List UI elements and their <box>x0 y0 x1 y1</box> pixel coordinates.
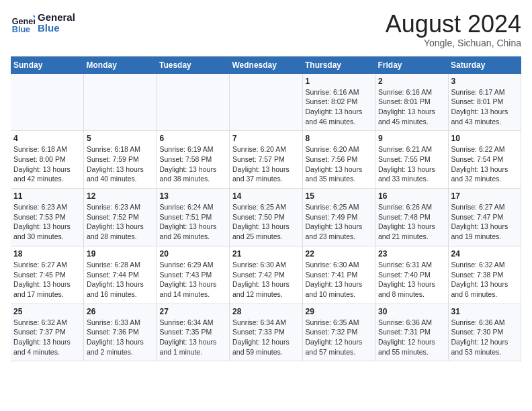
calendar-cell: 5Sunrise: 6:18 AM Sunset: 7:59 PM Daylig… <box>84 131 157 189</box>
day-number: 10 <box>451 134 519 143</box>
day-number: 13 <box>160 191 227 201</box>
day-number: 21 <box>232 249 300 259</box>
calendar-cell: 21Sunrise: 6:30 AM Sunset: 7:42 PM Dayli… <box>230 246 303 304</box>
calendar-cell: 17Sunrise: 6:27 AM Sunset: 7:47 PM Dayli… <box>448 189 521 246</box>
day-number: 2 <box>378 77 445 86</box>
calendar-cell: 9Sunrise: 6:21 AM Sunset: 7:55 PM Daylig… <box>375 131 449 189</box>
day-number: 6 <box>160 134 227 143</box>
day-info: Sunrise: 6:25 AM Sunset: 7:50 PM Dayligh… <box>232 202 300 242</box>
day-number: 3 <box>451 77 519 86</box>
calendar-cell: 22Sunrise: 6:30 AM Sunset: 7:41 PM Dayli… <box>302 246 375 304</box>
day-number: 23 <box>378 249 445 259</box>
calendar-cell: 27Sunrise: 6:34 AM Sunset: 7:35 PM Dayli… <box>157 304 230 361</box>
day-number: 12 <box>87 191 154 201</box>
day-info: Sunrise: 6:33 AM Sunset: 7:36 PM Dayligh… <box>87 318 154 357</box>
calendar-cell: 10Sunrise: 6:22 AM Sunset: 7:54 PM Dayli… <box>448 131 521 189</box>
calendar-cell: 24Sunrise: 6:32 AM Sunset: 7:38 PM Dayli… <box>448 246 521 304</box>
calendar-cell: 28Sunrise: 6:34 AM Sunset: 7:33 PM Dayli… <box>230 304 303 361</box>
calendar-cell: 2Sunrise: 6:16 AM Sunset: 8:01 PM Daylig… <box>375 74 449 131</box>
day-number: 8 <box>306 134 373 143</box>
calendar-cell: 25Sunrise: 6:32 AM Sunset: 7:37 PM Dayli… <box>11 304 84 361</box>
day-info: Sunrise: 6:36 AM Sunset: 7:31 PM Dayligh… <box>378 318 445 357</box>
calendar-week-5: 25Sunrise: 6:32 AM Sunset: 7:37 PM Dayli… <box>11 304 521 361</box>
calendar-cell: 29Sunrise: 6:35 AM Sunset: 7:32 PM Dayli… <box>302 304 375 361</box>
day-info: Sunrise: 6:36 AM Sunset: 7:30 PM Dayligh… <box>451 318 519 357</box>
svg-text:Blue: Blue <box>12 25 30 34</box>
day-number: 11 <box>13 191 81 201</box>
calendar-cell: 18Sunrise: 6:27 AM Sunset: 7:45 PM Dayli… <box>11 246 84 304</box>
calendar-cell: 4Sunrise: 6:18 AM Sunset: 8:00 PM Daylig… <box>11 131 84 189</box>
calendar-week-1: 1Sunrise: 6:16 AM Sunset: 8:02 PM Daylig… <box>11 74 521 131</box>
day-number: 27 <box>160 307 227 316</box>
day-number: 4 <box>13 134 81 143</box>
calendar-week-3: 11Sunrise: 6:23 AM Sunset: 7:53 PM Dayli… <box>11 189 521 246</box>
day-info: Sunrise: 6:17 AM Sunset: 8:01 PM Dayligh… <box>451 87 519 127</box>
title-area: August 2024 Yongle, Sichuan, China <box>386 11 521 48</box>
day-number: 19 <box>87 249 154 259</box>
logo-icon: General Blue <box>11 11 35 35</box>
day-info: Sunrise: 6:16 AM Sunset: 8:02 PM Dayligh… <box>306 87 373 127</box>
day-info: Sunrise: 6:23 AM Sunset: 7:53 PM Dayligh… <box>13 202 81 242</box>
day-info: Sunrise: 6:32 AM Sunset: 7:37 PM Dayligh… <box>13 318 81 357</box>
day-number: 14 <box>232 191 300 201</box>
day-info: Sunrise: 6:23 AM Sunset: 7:52 PM Dayligh… <box>87 202 154 242</box>
header-sunday: Sunday <box>11 56 84 74</box>
day-number: 5 <box>87 134 154 143</box>
calendar-cell: 13Sunrise: 6:24 AM Sunset: 7:51 PM Dayli… <box>157 189 230 246</box>
day-info: Sunrise: 6:25 AM Sunset: 7:49 PM Dayligh… <box>306 202 373 242</box>
page-header: General Blue General Blue August 2024 Yo… <box>11 11 521 48</box>
day-info: Sunrise: 6:27 AM Sunset: 7:45 PM Dayligh… <box>13 260 81 300</box>
calendar-cell: 23Sunrise: 6:31 AM Sunset: 7:40 PM Dayli… <box>375 246 449 304</box>
day-info: Sunrise: 6:27 AM Sunset: 7:47 PM Dayligh… <box>451 202 519 242</box>
day-number: 20 <box>160 249 227 259</box>
calendar-cell <box>84 74 157 131</box>
day-number: 16 <box>378 191 445 201</box>
calendar-cell: 31Sunrise: 6:36 AM Sunset: 7:30 PM Dayli… <box>448 304 521 361</box>
logo-general: General <box>38 12 75 24</box>
day-info: Sunrise: 6:22 AM Sunset: 7:54 PM Dayligh… <box>451 144 519 184</box>
calendar-cell: 7Sunrise: 6:20 AM Sunset: 7:57 PM Daylig… <box>230 131 303 189</box>
calendar-cell: 16Sunrise: 6:26 AM Sunset: 7:48 PM Dayli… <box>375 189 449 246</box>
day-info: Sunrise: 6:31 AM Sunset: 7:40 PM Dayligh… <box>378 260 445 300</box>
day-number: 25 <box>13 307 81 316</box>
day-info: Sunrise: 6:29 AM Sunset: 7:43 PM Dayligh… <box>160 260 227 300</box>
calendar-cell <box>230 74 303 131</box>
day-info: Sunrise: 6:18 AM Sunset: 7:59 PM Dayligh… <box>87 144 154 184</box>
calendar-cell: 11Sunrise: 6:23 AM Sunset: 7:53 PM Dayli… <box>11 189 84 246</box>
day-number: 15 <box>306 191 373 201</box>
day-info: Sunrise: 6:35 AM Sunset: 7:32 PM Dayligh… <box>306 318 373 357</box>
header-monday: Monday <box>84 56 157 74</box>
day-number: 9 <box>378 134 445 143</box>
day-info: Sunrise: 6:20 AM Sunset: 7:57 PM Dayligh… <box>232 144 300 184</box>
calendar-cell: 26Sunrise: 6:33 AM Sunset: 7:36 PM Dayli… <box>84 304 157 361</box>
day-number: 26 <box>87 307 154 316</box>
calendar-cell: 8Sunrise: 6:20 AM Sunset: 7:56 PM Daylig… <box>302 131 375 189</box>
day-info: Sunrise: 6:26 AM Sunset: 7:48 PM Dayligh… <box>378 202 445 242</box>
day-number: 18 <box>13 249 81 259</box>
location: Yongle, Sichuan, China <box>386 38 521 48</box>
header-thursday: Thursday <box>302 56 375 74</box>
day-info: Sunrise: 6:30 AM Sunset: 7:42 PM Dayligh… <box>232 260 300 300</box>
day-number: 30 <box>378 307 445 316</box>
header-saturday: Saturday <box>448 56 521 74</box>
day-number: 24 <box>451 249 519 259</box>
logo: General Blue General Blue <box>11 11 75 35</box>
day-number: 17 <box>451 191 519 201</box>
day-number: 22 <box>306 249 373 259</box>
day-info: Sunrise: 6:32 AM Sunset: 7:38 PM Dayligh… <box>451 260 519 300</box>
day-info: Sunrise: 6:16 AM Sunset: 8:01 PM Dayligh… <box>378 87 445 127</box>
calendar-cell: 12Sunrise: 6:23 AM Sunset: 7:52 PM Dayli… <box>84 189 157 246</box>
header-tuesday: Tuesday <box>157 56 230 74</box>
day-number: 28 <box>232 307 300 316</box>
calendar-cell: 14Sunrise: 6:25 AM Sunset: 7:50 PM Dayli… <box>230 189 303 246</box>
calendar-cell: 19Sunrise: 6:28 AM Sunset: 7:44 PM Dayli… <box>84 246 157 304</box>
day-number: 31 <box>451 307 519 316</box>
day-info: Sunrise: 6:34 AM Sunset: 7:35 PM Dayligh… <box>160 318 227 357</box>
calendar-cell <box>11 74 84 131</box>
header-friday: Friday <box>375 56 449 74</box>
calendar-table: SundayMondayTuesdayWednesdayThursdayFrid… <box>11 56 521 362</box>
day-info: Sunrise: 6:19 AM Sunset: 7:58 PM Dayligh… <box>160 144 227 184</box>
day-info: Sunrise: 6:30 AM Sunset: 7:41 PM Dayligh… <box>306 260 373 300</box>
calendar-week-2: 4Sunrise: 6:18 AM Sunset: 8:00 PM Daylig… <box>11 131 521 189</box>
calendar-cell: 3Sunrise: 6:17 AM Sunset: 8:01 PM Daylig… <box>448 74 521 131</box>
